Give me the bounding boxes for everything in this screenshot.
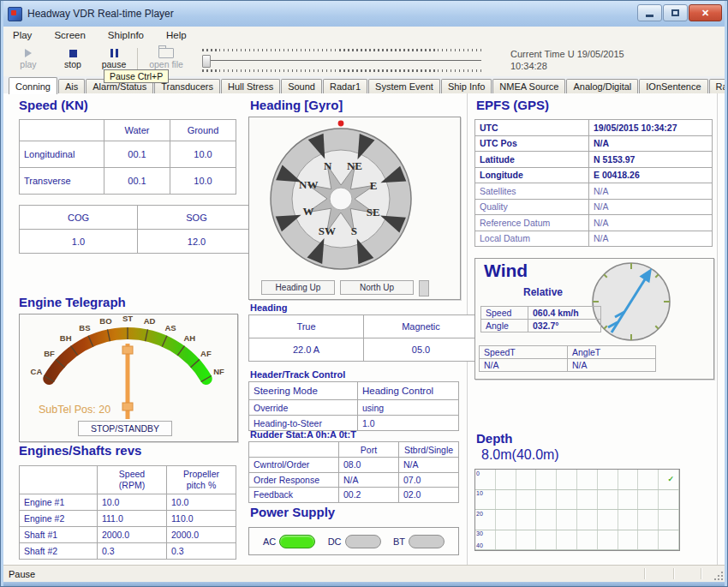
table-row: Reference DatumN/A [475,215,713,231]
power-lamp [345,535,381,548]
menu-shipinfo[interactable]: ShipInfo [105,28,146,42]
telegraph-scale-label: BS [79,323,90,332]
cogsog-table: COGSOG1.012.0 [19,205,256,254]
cell: 10.0 [170,168,236,195]
resize-grip[interactable] [713,570,724,581]
compass-point-label: NE [347,159,362,172]
power-lamp [279,535,315,548]
depth-title: Depth [476,431,513,446]
column-header: Port [339,442,399,458]
telegraph-needle-bottom [122,403,133,410]
cell: E 00418.26 [589,167,713,183]
cell: 00.1 [104,168,170,195]
gyro-compass: NNEESESSWWNW [249,117,458,279]
minimize-icon [646,15,653,17]
menu-help[interactable]: Help [164,28,189,42]
open-file-label: open file [142,59,190,69]
cell: UTC Pos [475,135,589,152]
column-header [20,466,98,494]
window-frame-right [725,1,727,586]
power-indicator-dc: DC [328,535,381,548]
tab-conning[interactable]: Conning [9,77,57,94]
wind-anglet-header: AngleT [568,346,656,359]
gyro-buttons: Heading UpNorth Up [261,280,419,295]
depth-axis-label: 30 [476,530,483,536]
close-button[interactable]: ✕ [689,4,722,21]
speed-table: WaterGroundLongitudinal00.110.0Transvers… [19,119,236,195]
tab-ship-info[interactable]: Ship Info [441,79,492,93]
rudder-table: PortStbrd/SingleCwntrol/Order08.0N/AOrde… [248,441,459,503]
current-time-date: Current Time U 19/05/2015 [510,48,624,60]
engine-telegraph-panel: CABFBHBSBOSTADASAHAFNF SubTel Pos: 20 ST… [19,314,238,442]
pause-tooltip: Pause Ctrl+P [104,69,169,83]
timeline-slider[interactable] [202,47,483,73]
engines-table: Speed (RPM)Propeller pitch %Engine #110.… [19,465,236,560]
epfs-title: EPFS (GPS) [476,98,549,112]
column-header [20,120,104,141]
table-row: Transverse00.110.0 [20,168,236,195]
column-header: COG [20,206,138,230]
wind-speed-value: 060.4 km/h [528,307,601,320]
column-header: SOG [138,206,256,230]
gyro-scroll-thumb[interactable] [419,280,429,296]
cell: Feedback [249,488,339,503]
header-row: Speed (RPM)Propeller pitch % [20,466,236,494]
column-header [249,442,339,458]
table-row: Steering ModeHeading Control [249,382,459,400]
cell: 1.0 [20,230,138,254]
tab-system-event[interactable]: System Event [368,79,440,93]
rudder-title: Rudder Stat:A 0h:A 0t:T [250,429,356,440]
telegraph-scale-label: NF [213,367,224,376]
cell: N/A [589,199,713,215]
power-indicators: ACDCBT [248,527,459,555]
engines-shafts-title: Engines/Shafts revs [19,443,141,458]
compass-point-label: NW [299,178,318,191]
menu-screen[interactable]: Screen [51,28,87,42]
tab-analog-digital[interactable]: Analog/Digital [566,79,638,93]
tab-radar1[interactable]: Radar1 [323,79,367,93]
menu-play[interactable]: Play [10,28,34,42]
cell: 08.0 [339,458,399,473]
depth-cursor-mark: ✓ [667,475,674,483]
tab-ais[interactable]: Ais [58,79,85,93]
telegraph-scale-label: BF [44,349,55,358]
table-row: Order ResponseN/A07.0 [249,472,459,488]
timeline-ticks-top [202,49,483,51]
compass-point-label: W [302,205,313,218]
close-icon: ✕ [701,8,709,19]
north-up-button[interactable]: North Up [340,280,414,295]
cell: 0.3 [98,543,167,560]
current-time: Current Time U 19/05/2015 10:34:28 [510,48,624,72]
column-header: Water [104,120,170,141]
heading-up-button[interactable]: Heading Up [261,280,335,295]
stop-standby-button[interactable]: STOP/STANDBY [78,421,172,436]
timeline-thumb[interactable] [202,55,211,68]
cell: 05.0 [364,338,479,362]
telegraph-scale-label: AH [183,333,195,343]
stop-button[interactable]: stop [53,47,92,69]
table-row: Feedback00.202.0 [249,488,459,503]
status-bar: Pause [3,565,725,582]
pause-label: pause [94,59,134,69]
tab-sound[interactable]: Sound [281,79,322,93]
menu-bar: PlayScreenShipInfoHelp [3,27,725,45]
cell: Shaft #1 [20,527,98,543]
cell: Longitudinal [20,141,104,168]
cell: 10.0 [170,141,236,168]
open-file-button[interactable]: open file [142,47,190,69]
cell: Order Response [249,472,339,488]
tab-nmea-source[interactable]: NMEA Source [492,79,565,93]
title-bar[interactable]: Headway VDR Real-time Player ✕ [1,1,727,27]
cell: N/A [589,135,713,152]
minimize-button[interactable] [637,4,662,21]
table-row: Longitudinal00.110.0 [20,141,236,168]
header-row: WaterGround [20,120,236,141]
telegraph-scale-label: BH [60,333,72,343]
table-row: N/A N/A [480,359,656,372]
table-row: UTC19/05/2015 10:34:27 [475,120,713,136]
pause-button[interactable]: pause [94,47,134,69]
maximize-button[interactable] [663,4,688,21]
play-button[interactable]: play [9,47,48,69]
tab-hull-stress[interactable]: Hull Stress [221,79,280,93]
tab-ionsentence[interactable]: IOnSentence [639,79,707,93]
